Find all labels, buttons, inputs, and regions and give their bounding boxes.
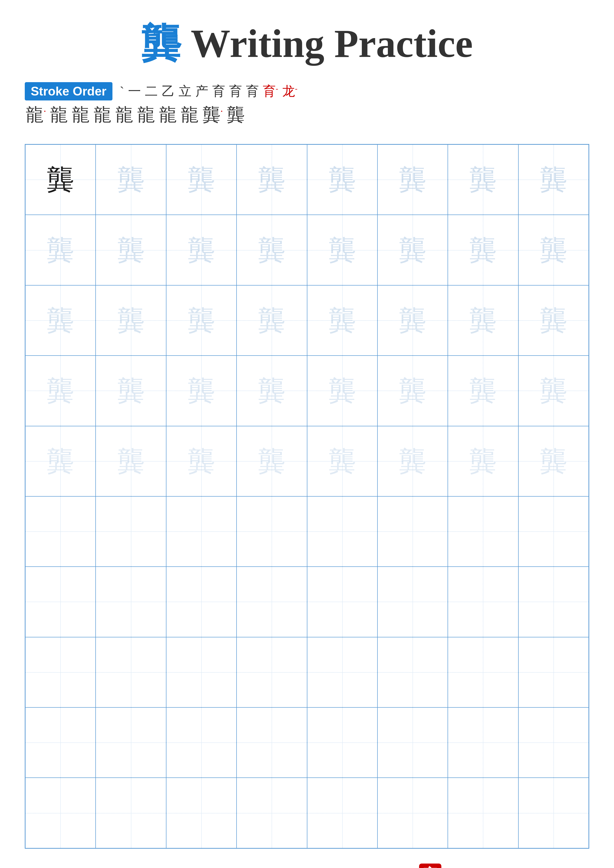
- grid-cell[interactable]: 龔: [236, 285, 307, 356]
- grid-cell[interactable]: [166, 567, 236, 637]
- grid-cell[interactable]: [307, 707, 378, 778]
- grid-cell[interactable]: 龔: [378, 356, 448, 426]
- grid-char: 龔: [469, 307, 497, 334]
- grid-cell[interactable]: 龔: [25, 285, 96, 356]
- grid-cell[interactable]: [236, 567, 307, 637]
- grid-cell[interactable]: [307, 778, 378, 848]
- grid-cell[interactable]: [166, 496, 236, 567]
- grid-cell[interactable]: 龔: [448, 426, 518, 496]
- grid-cell[interactable]: 龔: [448, 356, 518, 426]
- grid-cell[interactable]: 龔: [307, 144, 378, 215]
- grid-cell[interactable]: [25, 707, 96, 778]
- grid-cell[interactable]: [236, 707, 307, 778]
- grid-cell[interactable]: [307, 496, 378, 567]
- grid-cell[interactable]: [448, 778, 518, 848]
- grid-cell[interactable]: 龔: [518, 285, 589, 356]
- step-3: 二: [145, 83, 158, 100]
- grid-cell[interactable]: [25, 567, 96, 637]
- step-9: 育: [246, 83, 259, 100]
- grid-cell[interactable]: [96, 637, 166, 707]
- grid-cell[interactable]: 龔: [448, 215, 518, 285]
- grid-cell[interactable]: 龔: [378, 215, 448, 285]
- grid-cell[interactable]: [25, 778, 96, 848]
- grid-char: 龔: [117, 377, 145, 404]
- grid-cell[interactable]: 龔: [448, 285, 518, 356]
- grid-cell[interactable]: 龔: [25, 215, 96, 285]
- grid-cell[interactable]: [307, 637, 378, 707]
- grid-cell[interactable]: 龔: [518, 144, 589, 215]
- grid-cell[interactable]: 龔: [307, 215, 378, 285]
- grid-cell[interactable]: 龔: [96, 215, 166, 285]
- grid-cell[interactable]: [378, 778, 448, 848]
- grid-cell[interactable]: 龔: [307, 356, 378, 426]
- grid-char: 龔: [399, 307, 426, 334]
- stroke-order-row1: Stroke Order ` 一 二 乙 立 产 育 育 育 育- 龙-: [25, 82, 589, 101]
- grid-cell[interactable]: [96, 707, 166, 778]
- grid-char: 龔: [188, 448, 215, 475]
- grid-cell[interactable]: [166, 637, 236, 707]
- grid-cell[interactable]: [378, 637, 448, 707]
- grid-cell[interactable]: [378, 707, 448, 778]
- grid-cell[interactable]: 龔: [378, 285, 448, 356]
- grid-cell[interactable]: 龔: [307, 426, 378, 496]
- grid-cell[interactable]: [96, 496, 166, 567]
- grid-cell[interactable]: 龔: [25, 356, 96, 426]
- grid-cell[interactable]: [448, 567, 518, 637]
- grid-cell[interactable]: [307, 567, 378, 637]
- grid-cell[interactable]: 龔: [236, 356, 307, 426]
- grid-cell[interactable]: [448, 496, 518, 567]
- grid-cell[interactable]: 龔: [518, 356, 589, 426]
- grid-cell[interactable]: [96, 567, 166, 637]
- grid-char: 龔: [47, 448, 74, 475]
- grid-cell[interactable]: [378, 567, 448, 637]
- grid-cell[interactable]: [518, 778, 589, 848]
- grid-cell[interactable]: 龔: [96, 285, 166, 356]
- grid-cell[interactable]: 龔: [96, 426, 166, 496]
- grid-char: 龔: [469, 237, 497, 264]
- grid-char: 龔: [540, 166, 567, 193]
- grid-cell[interactable]: [448, 707, 518, 778]
- grid-cell[interactable]: [518, 496, 589, 567]
- grid-cell[interactable]: [166, 778, 236, 848]
- title-suffix: Writing Practice: [181, 22, 473, 65]
- grid-cell[interactable]: 龔: [378, 426, 448, 496]
- grid-cell[interactable]: 龔: [25, 426, 96, 496]
- grid-cell[interactable]: [518, 707, 589, 778]
- grid-cell[interactable]: 龔: [236, 426, 307, 496]
- grid-cell[interactable]: 龔: [518, 215, 589, 285]
- grid-cell[interactable]: 龔: [378, 144, 448, 215]
- grid-char: 龔: [258, 448, 285, 475]
- grid-cell[interactable]: 龔: [166, 215, 236, 285]
- grid-cell[interactable]: 龔: [96, 356, 166, 426]
- grid-char: 龔: [469, 377, 497, 404]
- grid-cell[interactable]: [518, 567, 589, 637]
- grid-char: 龔: [188, 166, 215, 193]
- grid-cell[interactable]: 龔: [166, 426, 236, 496]
- grid-cell[interactable]: 龔: [448, 144, 518, 215]
- grid-cell[interactable]: [378, 496, 448, 567]
- footer-url[interactable]: https://www.strokeorder.com/chinese/龔: [27, 866, 253, 868]
- grid-cell[interactable]: 龔: [236, 215, 307, 285]
- grid-cell[interactable]: 龔: [166, 144, 236, 215]
- grid-cell[interactable]: 龔: [307, 285, 378, 356]
- grid-cell[interactable]: [25, 637, 96, 707]
- grid-cell[interactable]: [236, 778, 307, 848]
- grid-cell[interactable]: [236, 637, 307, 707]
- stroke-char-8: 龍: [181, 103, 199, 127]
- grid-cell[interactable]: 龔: [166, 285, 236, 356]
- grid-cell[interactable]: [448, 637, 518, 707]
- grid-char: 龔: [329, 307, 356, 334]
- grid-char: 龔: [188, 237, 215, 264]
- step-6: 产: [196, 83, 208, 100]
- grid-cell[interactable]: [166, 707, 236, 778]
- grid-cell[interactable]: [518, 637, 589, 707]
- grid-cell[interactable]: [236, 496, 307, 567]
- grid-cell[interactable]: 龔: [166, 356, 236, 426]
- grid-cell[interactable]: 龔: [96, 144, 166, 215]
- grid-cell[interactable]: [25, 496, 96, 567]
- grid-cell[interactable]: 龔: [236, 144, 307, 215]
- grid-cell[interactable]: 龔: [25, 144, 96, 215]
- grid-cell[interactable]: [96, 778, 166, 848]
- grid-cell[interactable]: 龔: [518, 426, 589, 496]
- stroke-steps-row1: ` 一 二 乙 立 产 育 育 育 育- 龙-: [120, 83, 297, 100]
